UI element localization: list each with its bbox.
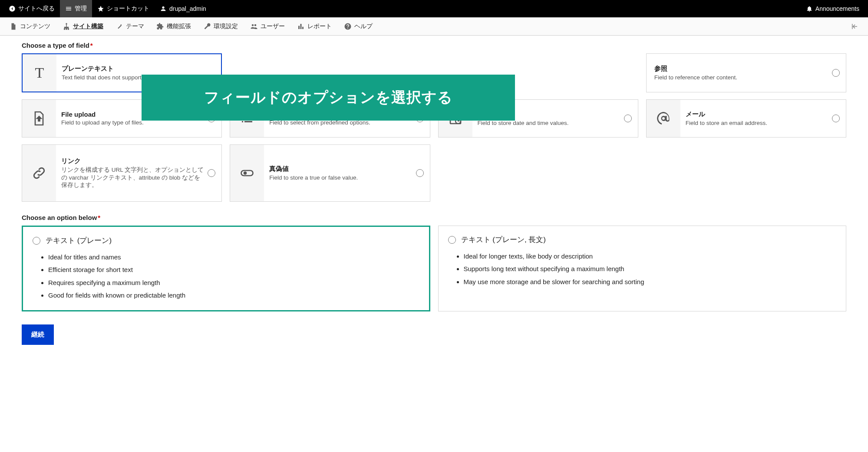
link-icon (22, 145, 56, 201)
tab-extend[interactable]: 機能拡張 (150, 17, 197, 35)
option-text-plain-long[interactable]: テキスト (プレーン, 長文) Ideal for longer texts, … (438, 226, 847, 311)
user-menu[interactable]: drupal_admin (155, 0, 211, 17)
tab-help[interactable]: ヘルプ (338, 17, 379, 35)
user-icon (160, 5, 167, 12)
user-label: drupal_admin (169, 5, 206, 12)
people-icon (250, 23, 258, 30)
svg-rect-3 (68, 28, 69, 29)
radio-indicator (33, 237, 40, 245)
field-title: プレーンテキスト (62, 65, 204, 73)
bullet: Supports long text without specifying a … (464, 262, 837, 275)
option-head: テキスト (プレーン, 長文) (448, 235, 837, 245)
wand-icon (116, 23, 123, 30)
field-boolean[interactable]: 真偽値 Field to store a true or false value… (230, 144, 430, 202)
hamburger-icon (65, 5, 72, 12)
tab-people[interactable]: ユーザー (244, 17, 291, 35)
option-row: テキスト (プレーン) Ideal for titles and names E… (22, 226, 846, 311)
svg-point-6 (244, 171, 247, 175)
chevron-left-circle-icon (9, 5, 16, 12)
field-text: 参照 Field to reference other content. (647, 60, 846, 86)
tab-help-label: ヘルプ (354, 23, 373, 30)
field-title: 参照 (654, 65, 828, 73)
field-title: メール (686, 110, 828, 118)
field-text: メール Field to store an email address. (680, 106, 846, 131)
field-desc: リンクを構成する URL 文字列と、オプションとしての varchar リンクテ… (61, 166, 204, 189)
tab-reports[interactable]: レポート (291, 17, 338, 35)
help-icon (344, 23, 352, 30)
field-email[interactable]: メール Field to store an email address. (646, 99, 846, 138)
announcements-label: Announcements (815, 5, 859, 12)
choose-option-label: Choose an option below* (22, 214, 846, 221)
radio-indicator (448, 236, 456, 244)
toggle-icon (230, 145, 264, 201)
collapse-toolbar[interactable] (845, 17, 865, 35)
tab-structure-label: サイト構築 (73, 23, 103, 30)
option-text-plain[interactable]: テキスト (プレーン) Ideal for titles and names E… (22, 226, 430, 311)
tab-appearance-label: テーマ (126, 23, 144, 30)
admin-toolbar: サイトへ戻る 管理 ショートカット drupal_admin Announcem… (0, 0, 868, 17)
svg-rect-0 (66, 23, 67, 24)
field-link[interactable]: リンク リンクを構成する URL 文字列と、オプションとしての varchar … (22, 144, 222, 202)
bullet: May use more storage and be slower for s… (464, 275, 837, 288)
manage-menu[interactable]: 管理 (60, 0, 92, 17)
choose-option-text: Choose an option below (22, 214, 97, 221)
admin-sub-toolbar: コンテンツ サイト構築 テーマ 機能拡張 環境設定 ユーザー レポート ヘルプ (0, 17, 868, 36)
tab-config[interactable]: 環境設定 (197, 17, 244, 35)
shortcuts-menu[interactable]: ショートカット (92, 0, 155, 17)
grid-placeholder-4 (646, 144, 846, 202)
manage-label: 管理 (75, 5, 87, 13)
field-text: リンク リンクを構成する URL 文字列と、オプションとしての varchar … (56, 153, 221, 193)
field-reference[interactable]: 参照 Field to reference other content. (646, 53, 846, 92)
radio-indicator (832, 115, 840, 122)
choose-type-label: Choose a type of field* (22, 42, 846, 49)
tab-people-label: ユーザー (261, 23, 285, 30)
text-icon: T (23, 54, 56, 92)
bullet: Efficient storage for short text (48, 263, 419, 276)
option-title: テキスト (プレーン, 長文) (461, 235, 546, 245)
shortcuts-label: ショートカット (107, 5, 149, 13)
tab-structure[interactable]: サイト構築 (56, 17, 109, 35)
bullet: Good for fields with known or predictabl… (48, 289, 419, 301)
radio-indicator (624, 115, 632, 122)
field-title: リンク (61, 157, 204, 165)
field-desc: Field to store an email address. (686, 119, 828, 127)
bullet: Ideal for longer texts, like body or des… (464, 250, 837, 262)
required-marker: * (90, 42, 93, 49)
at-icon (647, 100, 680, 137)
overlay-banner: フィールドのオプションを選択する (142, 75, 515, 121)
field-title: 真偽値 (269, 165, 412, 173)
tab-appearance[interactable]: テーマ (109, 17, 150, 35)
tab-config-label: 環境設定 (214, 23, 238, 30)
star-icon (97, 5, 104, 12)
back-label: サイトへ戻る (18, 5, 55, 13)
back-to-site[interactable]: サイトへ戻る (3, 0, 60, 17)
sitemap-icon (63, 23, 70, 30)
option-title: テキスト (プレーン) (46, 236, 112, 246)
tab-reports-label: レポート (307, 23, 332, 30)
collapse-icon (851, 23, 858, 30)
main-content: フィールドのオプションを選択する Choose a type of field*… (0, 36, 868, 358)
upload-icon (22, 100, 56, 137)
continue-button[interactable]: 継続 (22, 324, 54, 345)
bullet: Requires specifying a maximum length (48, 276, 419, 289)
radio-indicator (416, 169, 424, 177)
choose-type-text: Choose a type of field (22, 42, 89, 49)
puzzle-icon (156, 23, 164, 30)
bullet: Ideal for titles and names (48, 251, 419, 263)
tab-content-label: コンテンツ (20, 23, 50, 30)
radio-indicator (208, 169, 215, 177)
svg-rect-2 (66, 28, 67, 29)
tab-content[interactable]: コンテンツ (3, 17, 56, 35)
field-desc: Field to reference other content. (654, 74, 828, 82)
option-bullets: Ideal for longer texts, like body or des… (448, 250, 837, 288)
field-text: 真偽値 Field to store a true or false value… (264, 160, 429, 186)
bar-chart-icon (297, 23, 305, 30)
announcements[interactable]: Announcements (801, 0, 865, 17)
svg-rect-1 (64, 28, 65, 29)
wrench-icon (203, 23, 211, 30)
field-desc: Field to store a true or false value. (269, 174, 412, 182)
tab-extend-label: 機能拡張 (167, 23, 191, 30)
grid-placeholder-3 (438, 144, 638, 202)
option-head: テキスト (プレーン) (33, 236, 419, 246)
option-bullets: Ideal for titles and names Efficient sto… (33, 251, 419, 301)
